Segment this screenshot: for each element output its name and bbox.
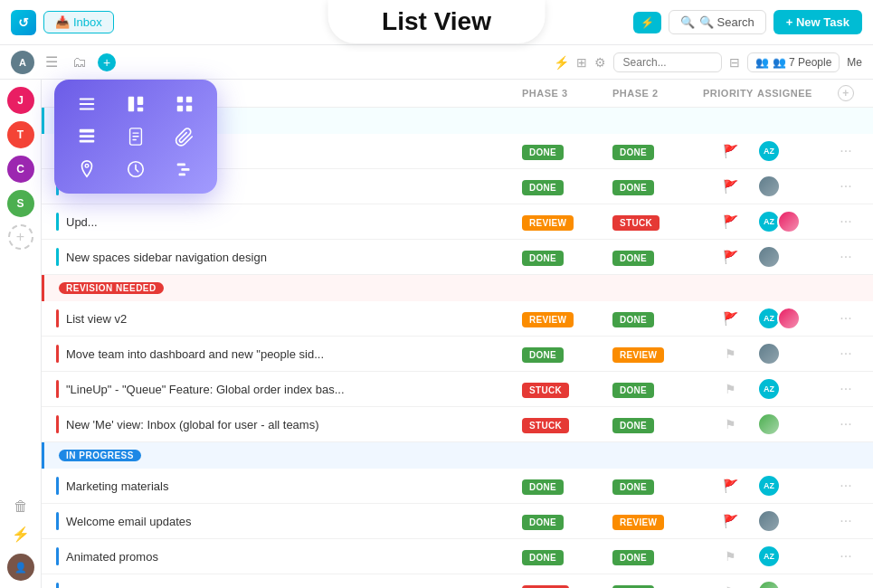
phase3-status: DONE (522, 180, 564, 195)
sidebar-avatar-t[interactable]: T (7, 121, 34, 148)
settings-icon[interactable]: ⚙ (594, 55, 606, 70)
new-task-button[interactable]: + New Task (773, 10, 862, 34)
more-options-icon[interactable]: ··· (830, 310, 862, 327)
grid-icon[interactable]: ⊞ (576, 55, 587, 70)
priority-flag: 🚩 (703, 479, 757, 493)
svg-rect-1 (80, 103, 95, 105)
phase2-status: REVIEW (612, 515, 664, 530)
list-view-tab[interactable]: ☰ (42, 52, 62, 72)
sidebar-avatar-s[interactable]: S (7, 190, 34, 217)
section-header-in-progress[interactable]: IN PROGRESS (42, 442, 873, 469)
task-name: New spaces sidebar navigation design (56, 248, 522, 266)
more-options-icon[interactable]: ··· (830, 346, 862, 362)
section-in-progress: IN PROGRESS Marketing materials DONE DON… (42, 442, 873, 588)
phase3-status: DONE (522, 550, 564, 565)
assignee-col: AZ (757, 139, 830, 163)
people-button[interactable]: 👥 👥 7 People (747, 52, 840, 72)
table-row[interactable]: Move team into dashboard and new "people… (42, 337, 873, 372)
me-button[interactable]: Me (847, 56, 862, 69)
inbox-tab[interactable]: 📥 Inbox (43, 11, 114, 33)
more-options-icon[interactable]: ··· (830, 381, 862, 397)
user-avatar-a[interactable]: A (11, 51, 34, 74)
table-row[interactable]: Upd... REVIEW STUCK 🚩 AZ ··· (42, 204, 873, 240)
avatar: AZ (757, 377, 781, 401)
trash-icon[interactable]: 🗑 (14, 498, 28, 515)
more-options-icon[interactable]: ··· (830, 249, 862, 265)
phase3-status: REVIEW (522, 312, 574, 327)
sidebar-avatar-c[interactable]: C (7, 156, 34, 183)
add-column-area: + (830, 85, 862, 101)
task-name: List view v2 (56, 309, 522, 327)
view-options-popup (54, 80, 217, 194)
assignee-col (757, 413, 830, 436)
app-logo[interactable]: ↺ (11, 10, 36, 35)
svg-rect-6 (177, 97, 183, 102)
priority-flag: ⚑ (703, 382, 757, 396)
add-column-button[interactable]: + (838, 85, 854, 101)
phase3-status: DONE (522, 347, 564, 363)
timeline-icon[interactable] (118, 159, 154, 179)
avatar (757, 245, 781, 269)
priority-flag: ⚑ (703, 346, 757, 361)
phase3-col-header: PHASE 3 (522, 88, 612, 99)
section-header-revision[interactable]: REVISION NEEDED (42, 275, 873, 301)
table-row[interactable]: "LineUp" - "Queue" Feature: Global order… (42, 372, 873, 407)
svg-rect-20 (181, 168, 189, 171)
board-view-tab[interactable]: 🗂 (69, 52, 90, 72)
section-badge-in-progress: IN PROGRESS (59, 450, 141, 461)
table-row[interactable]: New spaces sidebar navigation design DON… (42, 240, 873, 275)
phase3-status: DONE (522, 145, 564, 160)
table-row[interactable]: Animated promos DONE DONE ⚑ AZ ··· (42, 539, 873, 574)
add-tab-button[interactable]: + (98, 53, 116, 71)
attach-icon[interactable] (166, 127, 203, 147)
gantt-icon[interactable] (166, 159, 203, 179)
phase2-status: DONE (612, 585, 654, 589)
more-options-icon[interactable]: ··· (830, 213, 862, 230)
bolt-button[interactable]: ⚡ (633, 12, 661, 33)
search-button[interactable]: 🔍 🔍 Search (669, 10, 766, 34)
user-profile-avatar[interactable]: 👤 (7, 554, 34, 581)
table-view-icon[interactable] (69, 127, 105, 147)
assignee-col (757, 342, 830, 365)
priority-col-header: PRIORITY (703, 88, 757, 99)
table-row[interactable]: List view v2 REVIEW DONE 🚩 AZ ··· (42, 301, 873, 337)
svg-rect-3 (128, 97, 134, 112)
assignee-col (757, 245, 830, 269)
board-view-icon[interactable] (118, 94, 154, 114)
popup-grid (69, 94, 203, 179)
grid-view-icon[interactable] (166, 94, 203, 114)
doc-view-icon[interactable] (118, 127, 154, 147)
phase3-status: DONE (522, 251, 564, 266)
phase2-status: DONE (612, 180, 654, 195)
priority-flag: ⚑ (703, 549, 757, 564)
bolt-icon[interactable]: ⚡ (554, 55, 569, 70)
table-row[interactable]: Marketing materials DONE DONE 🚩 AZ ··· (42, 469, 873, 504)
svg-rect-15 (132, 136, 138, 137)
more-options-icon[interactable]: ··· (830, 583, 862, 588)
task-name: Add consistency to App icons (56, 583, 522, 588)
task-name: Welcome email updates (56, 512, 522, 530)
more-options-icon[interactable]: ··· (830, 416, 862, 432)
task-search-input[interactable] (613, 52, 722, 72)
more-options-icon[interactable]: ··· (830, 178, 862, 194)
table-row[interactable]: New 'Me' view: Inbox (global for user - … (42, 407, 873, 442)
more-options-icon[interactable]: ··· (830, 513, 862, 529)
more-options-icon[interactable]: ··· (830, 478, 862, 494)
phase3-status: REVIEW (522, 215, 574, 231)
table-row[interactable]: Welcome email updates DONE REVIEW 🚩 ··· (42, 504, 873, 539)
avatar (757, 509, 781, 533)
sidebar-bolt-icon[interactable]: ⚡ (12, 526, 30, 543)
location-icon[interactable] (69, 159, 105, 179)
more-options-icon[interactable]: ··· (830, 548, 862, 564)
list-view-icon[interactable] (69, 94, 105, 114)
more-options-icon[interactable]: ··· (830, 143, 862, 159)
assignee-col: AZ (757, 210, 830, 233)
filter-icon[interactable]: ⊟ (729, 55, 740, 70)
table-row[interactable]: Add consistency to App icons STUCK DONE … (42, 574, 873, 588)
sidebar-avatar-j[interactable]: J (7, 87, 34, 114)
section-revision: REVISION NEEDED List view v2 REVIEW DONE… (42, 275, 873, 442)
priority-flag: 🚩 (703, 144, 757, 158)
add-project-button[interactable]: + (8, 224, 33, 250)
avatar: AZ (757, 139, 781, 163)
header-right: ⚡ 🔍 🔍 Search + New Task (633, 10, 862, 34)
